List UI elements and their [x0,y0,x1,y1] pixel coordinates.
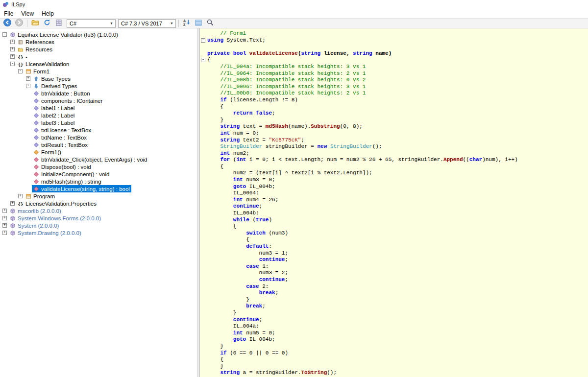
svg-text:A: A [183,19,186,23]
code-token: { [207,57,211,63]
navigate-forward-button[interactable] [14,19,24,28]
tree-item[interactable]: +Derived Types [0,82,197,90]
code-line: break; [200,290,588,297]
collapse-expander-icon[interactable]: - [10,62,15,66]
menu-help[interactable]: Help [38,9,58,18]
tree-item[interactable]: +System.Windows.Forms (2.0.0.0) [0,214,197,222]
reload-assemblies-button[interactable] [42,19,52,28]
expand-expander-icon[interactable]: + [10,201,15,206]
code-token: bool [233,50,246,56]
code-token: if [220,350,226,356]
tree-item[interactable]: +components : IContainer [0,97,197,104]
tree-item[interactable]: +label3 : Label [0,119,197,126]
code-token: if [220,97,226,103]
tree-item[interactable]: +txtName : TextBox [0,134,197,141]
tree-item[interactable]: -Form1 [0,68,197,75]
tree-item[interactable]: +Form1() [0,148,197,156]
search-button[interactable] [205,19,216,28]
fold-gutter [200,197,207,204]
code-token: int [233,330,243,336]
sort-assemblies-button[interactable]: AZ [181,19,192,28]
navigate-back-button[interactable] [2,19,13,28]
tree-item[interactable]: +label1 : Label [0,104,197,112]
tree-item[interactable]: +Resources [0,46,197,53]
expand-expander-icon[interactable]: + [18,194,23,198]
tree-item[interactable]: -{}LicenseValidation [0,60,197,68]
tree-item[interactable]: +InitializeComponent() : void [0,170,197,178]
code-view[interactable]: // Form1-using System.Text;private bool … [200,28,588,377]
code-symbol-link[interactable]: Substring [311,123,340,129]
fold-collapse-icon[interactable]: - [200,57,207,64]
code-line: for (int i = 0; i < text.Length; num = n… [200,157,588,164]
tree-item[interactable]: +System (2.0.0.0) [0,222,197,229]
fold-collapse-icon[interactable]: - [200,37,207,44]
expand-expander-icon[interactable]: + [2,209,7,213]
tree-item[interactable]: +btnValidate : Button [0,90,197,97]
tree-item[interactable]: +txtResult : TextBox [0,141,197,148]
tree-item[interactable]: +Program [0,192,197,200]
code-symbol-link[interactable]: StringBuilder [330,143,372,149]
expand-expander-icon[interactable]: + [2,223,7,228]
language-version-select[interactable]: C# 7.3 / VS 2017 ▼ [118,19,176,28]
open-from-gac-button[interactable] [53,19,64,28]
tree-item[interactable]: +Base Types [0,75,197,82]
code-token: (( [463,157,469,163]
open-file-button[interactable] [30,19,41,28]
tree-item[interactable]: +References [0,38,197,46]
namespace-icon: {} [18,61,24,67]
code-token: IL_0064: [207,190,259,196]
code-line: StringBuilder stringBuilder = new String… [200,143,588,150]
tree-item[interactable]: +{}- [0,53,197,60]
collapse-expander-icon[interactable]: - [18,69,23,73]
tree-item-label: Program [33,193,55,199]
code-token [207,257,259,262]
tree-item-label: InitializeComponent() : void [41,171,109,177]
expand-expander-icon[interactable]: + [26,76,30,81]
code-symbol-link[interactable]: Append [443,157,463,163]
tree-item[interactable]: +validateLicense(string, string) : bool [0,185,197,192]
expand-expander-icon[interactable]: + [10,54,15,59]
code-symbol-link[interactable]: validateLicense [249,50,298,56]
tree-item[interactable]: +mscorlib (2.0.0.0) [0,207,197,214]
tree-item[interactable]: +System.Drawing (2.0.0.0) [0,229,197,236]
tree-item[interactable]: -Equihax License Validator (fu3) (1.0.0.… [0,31,197,38]
tree-item[interactable]: +Dispose(bool) : void [0,163,197,170]
code-line: } [200,117,588,124]
decompilation-options-button[interactable] [193,19,204,28]
menu-view[interactable]: View [17,9,38,18]
assembly-tree[interactable]: -Equihax License Validator (fu3) (1.0.0.… [0,28,197,377]
code-symbol-link[interactable]: md5Hash [266,123,288,129]
tree-item[interactable]: +label2 : Label [0,112,197,119]
tree-item[interactable]: +btnValidate_Click(object, EventArgs) : … [0,156,197,163]
code-line: private bool validateLicense(string lice… [200,50,588,57]
code-line: IL_004a: [200,323,588,330]
code-symbol-link[interactable]: ToString [301,370,327,376]
code-token [207,184,233,189]
expand-expander-icon[interactable]: + [10,47,15,51]
expand-expander-icon[interactable]: + [2,231,7,235]
code-token: } [207,117,223,123]
search-icon [206,19,214,28]
tree-item-content: md5Hash(string) : string [32,178,103,185]
language-select[interactable]: C# ▼ [67,19,116,28]
fold-gutter [200,263,207,270]
tree-item-content: References [16,38,56,46]
tree-item[interactable]: +{}LicenseValidation.Properties [0,200,197,207]
code-token: break [259,290,275,296]
tree-item-content: label3 : Label [32,119,76,126]
tree-item[interactable]: +txtLicense : TextBox [0,126,197,134]
chevron-down-icon: ▼ [108,22,115,25]
code-line: //IL_0096: Incompatible stack heights: 3… [200,84,588,91]
menu-file[interactable]: File [0,9,17,18]
collapse-expander-icon[interactable]: - [2,32,7,37]
expand-expander-icon[interactable]: + [10,40,15,44]
code-line [200,44,588,50]
expand-expander-icon[interactable]: + [2,216,7,220]
fold-gutter [200,230,207,237]
code-symbol-link[interactable]: StringBuilder [220,143,262,149]
tree-item[interactable]: +md5Hash(string) : string [0,178,197,185]
code-token [230,50,233,56]
expand-expander-icon[interactable]: + [26,84,30,88]
tree-item-label: txtName : TextBox [41,135,87,141]
fold-gutter [200,356,207,363]
